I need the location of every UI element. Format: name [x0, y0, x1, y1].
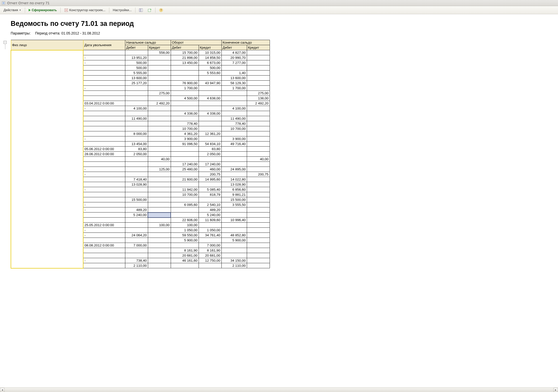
grid-cell[interactable]: 15 500,00 — [221, 197, 247, 202]
grid-cell[interactable]: - — [83, 86, 125, 91]
table-row[interactable]: 558,0015 700,0010 315,004 827,00 — [11, 50, 270, 55]
grid-cell[interactable] — [83, 218, 125, 223]
grid-cell[interactable]: 24 895,00 — [221, 167, 247, 172]
grid-cell[interactable]: 46 161,60 — [171, 258, 199, 263]
grid-cell[interactable]: 200,75 — [247, 172, 270, 177]
grid-cell[interactable] — [171, 182, 199, 187]
grid-cell[interactable]: 14 022,80 — [221, 177, 247, 182]
grid-cell[interactable] — [125, 86, 148, 91]
grid-cell[interactable] — [148, 182, 171, 187]
grid-cell[interactable] — [221, 172, 247, 177]
export-button[interactable] — [146, 7, 154, 13]
grid-cell[interactable]: 125,00 — [148, 167, 171, 172]
grid-cell[interactable]: 59 550,00 — [171, 233, 199, 238]
grid-cell[interactable] — [125, 228, 148, 233]
grid-cell[interactable]: 6 673,00 — [199, 60, 221, 65]
grid-cell[interactable] — [148, 197, 171, 202]
grid-cell[interactable] — [148, 96, 171, 101]
grid-cell[interactable] — [199, 136, 221, 141]
grid-cell[interactable] — [247, 116, 270, 121]
grid-cell[interactable] — [171, 157, 199, 162]
grid-cell[interactable] — [221, 147, 247, 152]
grid-cell[interactable] — [199, 197, 221, 202]
grid-cell[interactable]: 4 638,00 — [199, 96, 221, 101]
grid-cell[interactable]: 2 540,10 — [199, 202, 221, 207]
grid-cell[interactable] — [148, 65, 171, 70]
grid-cell[interactable] — [221, 111, 247, 116]
grid-cell[interactable] — [125, 172, 148, 177]
grid-cell[interactable] — [247, 233, 270, 238]
grid-cell[interactable] — [83, 96, 125, 101]
grid-cell[interactable] — [171, 263, 199, 268]
grid-cell[interactable]: 778,40 — [171, 121, 199, 126]
grid-cell[interactable] — [83, 116, 125, 121]
grid-cell[interactable] — [125, 121, 148, 126]
grid-cell[interactable]: 10 996,40 — [221, 218, 247, 223]
grid-cell[interactable]: - — [83, 233, 125, 238]
grid-cell[interactable]: 05.06.2012 0:00:00 — [83, 147, 125, 152]
grid-cell[interactable]: 489,20 — [199, 207, 221, 212]
grid-cell[interactable] — [171, 197, 199, 202]
grid-cell[interactable]: 489,20 — [125, 207, 148, 212]
grid-cell[interactable]: - — [83, 207, 125, 212]
grid-cell[interactable]: 100,00 — [171, 223, 199, 228]
grid-cell[interactable]: 40,00 — [148, 157, 171, 162]
grid-cell[interactable] — [125, 157, 148, 162]
grid-cell[interactable]: 43 947,90 — [199, 81, 221, 86]
grid-cell[interactable]: 15 500,00 — [125, 197, 148, 202]
grid-cell[interactable] — [125, 167, 148, 172]
grid-cell[interactable]: 818,79 — [199, 192, 221, 197]
grid-cell[interactable] — [125, 202, 148, 207]
grid-cell[interactable] — [247, 238, 270, 243]
grid-cell[interactable] — [148, 141, 171, 147]
grid-cell[interactable] — [148, 253, 171, 258]
grid-cell[interactable] — [221, 162, 247, 167]
grid-cell[interactable] — [171, 152, 199, 157]
grid-cell[interactable]: 25.05.2012 0:00:00 — [83, 223, 125, 228]
grid-cell[interactable] — [247, 263, 270, 268]
grid-cell[interactable] — [221, 243, 247, 248]
grid-cell[interactable] — [247, 162, 270, 167]
grid-cell[interactable] — [221, 253, 247, 258]
grid-cell[interactable]: 13 600,00 — [125, 76, 148, 81]
grid-cell[interactable]: 13 450,00 — [171, 60, 199, 65]
grid-cell[interactable] — [148, 70, 171, 76]
grid-cell[interactable]: 13 600,00 — [221, 76, 247, 81]
grid-cell[interactable] — [221, 131, 247, 136]
grid-cell[interactable] — [125, 50, 148, 55]
grid-cell[interactable] — [148, 55, 171, 60]
grid-cell[interactable] — [247, 182, 270, 187]
grid-cell[interactable] — [125, 253, 148, 258]
grid-cell[interactable] — [199, 157, 221, 162]
grid-cell[interactable] — [83, 157, 125, 162]
grid-cell[interactable]: 11 609,60 — [199, 218, 221, 223]
grid-cell[interactable]: 4 361,20 — [171, 131, 199, 136]
grid-cell[interactable] — [247, 147, 270, 152]
grid-cell[interactable] — [199, 182, 221, 187]
grid-cell[interactable] — [247, 81, 270, 86]
fiz-column-cell[interactable] — [11, 50, 83, 268]
grid-cell[interactable]: 5 085,40 — [199, 187, 221, 192]
grid-cell[interactable] — [148, 147, 171, 152]
grid-cell[interactable]: 5 240,00 — [125, 212, 148, 218]
grid-cell[interactable] — [247, 202, 270, 207]
grid-cell[interactable]: 1 050,00 — [171, 228, 199, 233]
grid-cell[interactable] — [148, 81, 171, 86]
grid-cell[interactable]: 11 942,00 — [171, 187, 199, 192]
grid-cell[interactable] — [171, 147, 199, 152]
grid-cell[interactable] — [247, 136, 270, 141]
grid-cell[interactable] — [171, 70, 199, 76]
grid-cell[interactable] — [148, 263, 171, 268]
grid-cell[interactable] — [247, 70, 270, 76]
grid-cell[interactable] — [171, 91, 199, 96]
grid-cell[interactable] — [83, 65, 125, 70]
grid-cell[interactable] — [247, 126, 270, 131]
grid-cell[interactable]: 20 681,00 — [171, 253, 199, 258]
grid-cell[interactable] — [171, 172, 199, 177]
grid-cell[interactable]: 13 454,00 — [125, 141, 148, 147]
grid-cell[interactable] — [221, 207, 247, 212]
grid-cell[interactable]: 8 161,90 — [199, 248, 221, 253]
grid-cell[interactable] — [199, 223, 221, 228]
grid-cell[interactable] — [125, 192, 148, 197]
grid-cell[interactable] — [221, 96, 247, 101]
